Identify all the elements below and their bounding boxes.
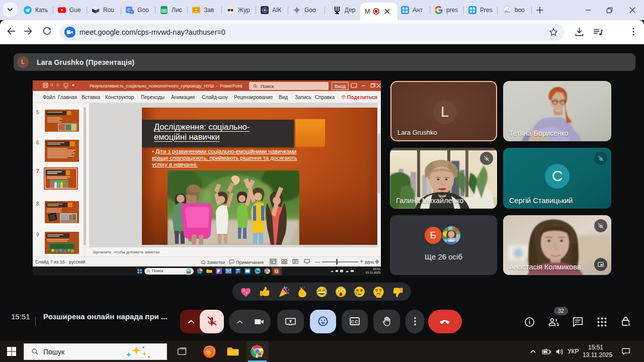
svg-text:C: C	[355, 319, 358, 324]
svg-text:C: C	[351, 319, 354, 324]
svg-text:文: 文	[130, 10, 134, 14]
